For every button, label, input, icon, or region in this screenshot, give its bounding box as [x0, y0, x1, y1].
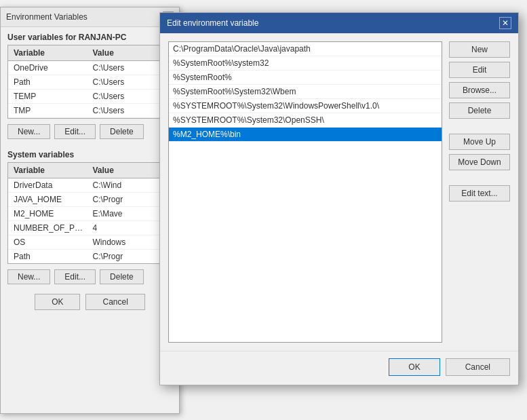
sys-new-button[interactable]: New...: [7, 269, 50, 284]
path-item[interactable]: %SYSTEMROOT%\System32\OpenSSH\: [169, 113, 442, 128]
path-item[interactable]: %SystemRoot%\System32\Wbem: [169, 85, 442, 99]
var-driverdata: DriverData: [11, 179, 90, 191]
path-item-selected[interactable]: [169, 128, 442, 142]
sys-var-col-header: Variable: [11, 164, 90, 176]
env-ok-button[interactable]: OK: [35, 294, 80, 310]
var-syspath: Path: [11, 250, 90, 263]
var-m2home: M2_HOME: [11, 208, 90, 220]
env-footer-buttons: OK Cancel: [1, 290, 179, 314]
env-window-title: Environment Variables: [6, 12, 87, 22]
delete-path-button[interactable]: Delete: [449, 102, 510, 119]
path-item[interactable]: %SystemRoot%\system32: [169, 56, 442, 71]
table-row[interactable]: TEMP C:\Users: [8, 90, 172, 104]
val-temp: C:\Users: [90, 90, 170, 102]
dialog-title: Edit environment variable: [167, 18, 258, 28]
button-spacer: [449, 123, 510, 130]
edit-text-button[interactable]: Edit text...: [449, 185, 510, 202]
val-tmp: C:\Users: [90, 104, 170, 117]
path-edit-input[interactable]: [173, 130, 437, 139]
edit-path-button[interactable]: Edit: [449, 62, 510, 78]
table-row[interactable]: OneDrive C:\Users: [8, 61, 172, 75]
table-row[interactable]: TMP C:\Users: [8, 104, 172, 118]
var-javahome: JAVA_HOME: [11, 193, 90, 206]
path-list[interactable]: C:\ProgramData\Oracle\Java\javapath %Sys…: [168, 41, 442, 343]
table-row[interactable]: M2_HOME E:\Mave: [8, 207, 172, 221]
move-down-button[interactable]: Move Down: [449, 154, 510, 170]
user-new-button[interactable]: New...: [7, 124, 50, 139]
user-delete-button[interactable]: Delete: [100, 124, 144, 139]
var-tmp: TMP: [11, 104, 90, 117]
var-os: OS: [11, 236, 90, 248]
user-val-col-header: Value: [90, 47, 170, 59]
val-m2home: E:\Mave: [90, 208, 170, 220]
val-path: C:\Users: [90, 76, 170, 88]
table-row[interactable]: Path C:\Users: [8, 75, 172, 90]
dialog-titlebar: Edit environment variable ✕: [160, 13, 518, 33]
table-row[interactable]: JAVA_HOME C:\Progr: [8, 193, 172, 207]
env-window-titlebar: Environment Variables ✕: [1, 7, 179, 27]
user-edit-button[interactable]: Edit...: [54, 124, 96, 139]
table-row[interactable]: OS Windows: [8, 235, 172, 250]
sys-delete-button[interactable]: Delete: [100, 269, 144, 284]
system-variables-table: Variable Value DriverData C:\Wind JAVA_H…: [7, 162, 172, 264]
var-onedrive: OneDrive: [11, 62, 90, 74]
dialog-footer: OK Cancel: [160, 351, 518, 383]
edit-env-dialog: Edit environment variable ✕ C:\ProgramDa…: [159, 12, 519, 385]
val-syspath: C:\Progr: [90, 250, 170, 263]
var-temp: TEMP: [11, 90, 90, 102]
button-spacer-2: [449, 174, 510, 181]
sys-edit-button[interactable]: Edit...: [54, 269, 96, 284]
var-path: Path: [11, 76, 90, 88]
sys-val-col-header: Value: [90, 164, 170, 176]
dialog-ok-button[interactable]: OK: [389, 358, 440, 376]
system-variables-label: System variables: [1, 145, 179, 162]
val-numproc: 4: [90, 222, 170, 234]
dialog-cancel-button[interactable]: Cancel: [446, 358, 510, 376]
table-row[interactable]: Path C:\Progr: [8, 250, 172, 264]
val-onedrive: C:\Users: [90, 62, 170, 74]
user-variables-table: Variable Value OneDrive C:\Users Path C:…: [7, 45, 172, 119]
system-variables-buttons: New... Edit... Delete: [1, 264, 179, 290]
val-javahome: C:\Progr: [90, 193, 170, 206]
user-table-header: Variable Value: [8, 45, 172, 61]
dialog-close-button[interactable]: ✕: [499, 17, 511, 29]
path-item[interactable]: C:\ProgramData\Oracle\Java\javapath: [169, 42, 442, 56]
val-os: Windows: [90, 236, 170, 248]
env-variables-window: Environment Variables ✕ User variables f…: [0, 7, 180, 414]
new-path-button[interactable]: New: [449, 41, 510, 58]
dialog-content: C:\ProgramData\Oracle\Java\javapath %Sys…: [160, 33, 518, 351]
var-numproc: NUMBER_OF_PROCESSORS: [11, 222, 90, 234]
move-up-button[interactable]: Move Up: [449, 134, 510, 150]
dialog-side-buttons: New Edit Browse... Delete Move Up Move D…: [449, 41, 510, 343]
browse-button[interactable]: Browse...: [449, 82, 510, 98]
system-table-header: Variable Value: [8, 163, 172, 178]
env-cancel-button[interactable]: Cancel: [85, 294, 144, 310]
user-var-col-header: Variable: [11, 47, 90, 59]
val-driverdata: C:\Wind: [90, 179, 170, 191]
table-row[interactable]: DriverData C:\Wind: [8, 178, 172, 193]
user-variables-label: User variables for RANJAN-PC: [1, 27, 179, 45]
path-item[interactable]: %SystemRoot%: [169, 71, 442, 85]
table-row[interactable]: NUMBER_OF_PROCESSORS 4: [8, 221, 172, 235]
user-variables-buttons: New... Edit... Delete: [1, 119, 179, 145]
path-item[interactable]: %SYSTEMROOT%\System32\WindowsPowerShell\…: [169, 99, 442, 113]
